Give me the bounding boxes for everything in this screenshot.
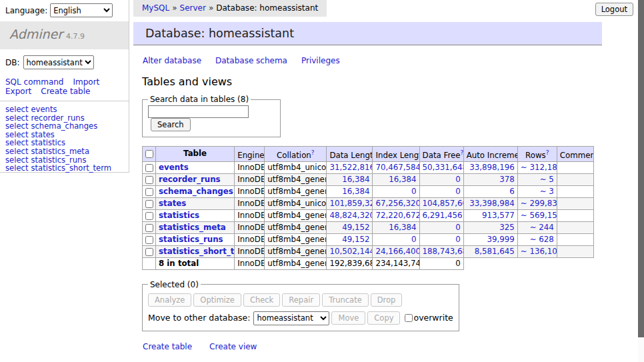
index-length-link[interactable]: 0 [411, 187, 417, 196]
index-length-link[interactable]: 67,256,320 [375, 199, 419, 208]
auto-increment-link[interactable]: 378 [499, 175, 515, 184]
table-link[interactable]: statistics_meta [159, 223, 226, 232]
db-select[interactable]: homeassistant [23, 55, 94, 69]
truncate-button[interactable]: Truncate [322, 293, 369, 307]
index-length-link[interactable]: 72,220,672 [375, 211, 419, 220]
overwrite-checkbox[interactable] [405, 314, 413, 322]
sql-command-link[interactable]: SQL command [5, 77, 63, 87]
rows-count-link[interactable]: ~ 3 [540, 187, 554, 196]
alter-database-link[interactable]: Alter database [143, 56, 201, 65]
data-length-link[interactable]: 49,152 [342, 235, 369, 244]
data-free-link[interactable]: 6,291,456 [423, 211, 463, 220]
data-free-link[interactable]: 104,857,600 [423, 199, 464, 208]
scrollbar-thumb[interactable] [638, 0, 644, 337]
index-length-link[interactable]: 0 [411, 235, 417, 244]
data-length-link[interactable]: 49,152 [342, 223, 369, 232]
row-checkbox[interactable] [145, 164, 153, 172]
table-name-link[interactable]: events [31, 105, 57, 114]
data-length-link[interactable]: 31,522,816 [329, 163, 373, 172]
index-length-link[interactable]: 16,384 [389, 223, 416, 232]
breadcrumb-link-server[interactable]: Server [180, 3, 206, 13]
check-button[interactable]: Check [243, 293, 280, 307]
copy-button[interactable]: Copy [367, 311, 400, 325]
row-checkbox[interactable] [145, 200, 153, 208]
data-free-link[interactable]: 0 [455, 235, 461, 244]
table-name-link[interactable]: statistics_short_term [31, 163, 111, 173]
select-link[interactable]: select [5, 147, 28, 156]
move-button[interactable]: Move [331, 311, 365, 325]
table-link[interactable]: statistics_short_term [159, 247, 235, 256]
data-free-link[interactable]: 0 [455, 223, 461, 232]
data-free-link[interactable]: 0 [455, 187, 461, 196]
index-length-link[interactable]: 70,467,584 [375, 163, 419, 172]
table-link[interactable]: events [159, 163, 189, 172]
rows-count-link[interactable]: ~ 299,833 [521, 199, 557, 208]
data-free-link[interactable]: 0 [455, 175, 461, 184]
data-length-link[interactable]: 16,384 [342, 187, 369, 196]
search-input[interactable] [148, 105, 249, 118]
row-checkbox[interactable] [145, 212, 153, 220]
breadcrumb-link-mysql[interactable]: MySQL [142, 3, 169, 13]
move-db-label: Move to other database: [148, 313, 250, 323]
language-select[interactable]: English [50, 3, 113, 17]
rows-count-link[interactable]: ~ 244 [530, 223, 554, 232]
create-view-link[interactable]: Create view [209, 342, 257, 351]
row-checkbox[interactable] [145, 224, 153, 232]
data-free-link[interactable]: 50,331,648 [423, 163, 464, 172]
row-checkbox[interactable] [145, 248, 153, 256]
engine-cell: InnoDB [235, 245, 265, 257]
optimize-button[interactable]: Optimize [193, 293, 241, 307]
data-length-link[interactable]: 48,824,320 [329, 211, 373, 220]
table-name-link[interactable]: statistics_meta [31, 147, 89, 156]
help-link[interactable]: ? [546, 149, 549, 156]
create-table-link[interactable]: Create table [143, 342, 192, 351]
rows-count-link[interactable]: ~ 569,159 [521, 211, 557, 220]
rows-count-link[interactable]: ~ 312,180 [521, 163, 557, 172]
auto-increment-link[interactable]: 913,577 [482, 211, 515, 220]
index-length-link[interactable]: 16,384 [389, 175, 416, 184]
auto-increment-link[interactable]: 39,999 [487, 235, 514, 244]
sidebar-table-item: selectschema_changes [5, 122, 129, 131]
auto-increment-link[interactable]: 8,581,645 [475, 247, 515, 256]
privileges-link[interactable]: Privileges [301, 56, 340, 65]
repair-button[interactable]: Repair [282, 293, 320, 307]
col-header-auto-increment: Auto Increment? [463, 147, 517, 162]
search-button[interactable]: Search [151, 118, 191, 131]
table-link[interactable]: statistics [159, 211, 199, 220]
export-link[interactable]: Export [5, 87, 31, 96]
select-all-checkbox[interactable] [145, 150, 153, 158]
select-link[interactable]: select [5, 163, 28, 173]
row-checkbox[interactable] [145, 236, 153, 244]
auto-increment-link[interactable]: 33,898,196 [469, 163, 515, 172]
auto-increment-link[interactable]: 6 [509, 187, 515, 196]
vertical-scrollbar[interactable] [638, 0, 644, 362]
data-length-link[interactable]: 16,384 [342, 175, 369, 184]
row-checkbox[interactable] [145, 176, 153, 184]
row-checkbox[interactable] [145, 188, 153, 196]
move-db-select[interactable]: homeassistant [253, 311, 329, 325]
drop-button[interactable]: Drop [371, 293, 403, 307]
data-length-link[interactable]: 10,502,144 [329, 247, 373, 256]
table-link[interactable]: statistics_runs [159, 235, 223, 244]
breadcrumb-separator: » [172, 3, 177, 13]
rows-count-link[interactable]: ~ 136,108 [521, 247, 557, 256]
table-link[interactable]: recorder_runs [159, 175, 221, 184]
auto-increment-link[interactable]: 325 [499, 223, 515, 232]
logout-button[interactable]: Logout [595, 3, 633, 16]
help-link[interactable]: ? [311, 149, 315, 156]
database-schema-link[interactable]: Database schema [215, 56, 287, 65]
auto-increment-link[interactable]: 33,398,984 [469, 199, 515, 208]
select-link[interactable]: select [5, 105, 28, 114]
import-link[interactable]: Import [73, 77, 99, 87]
table-link[interactable]: schema_changes [159, 187, 233, 196]
table-link[interactable]: states [159, 199, 186, 208]
index-length-link[interactable]: 24,166,400 [375, 247, 419, 256]
rows-count-link[interactable]: ~ 5 [540, 175, 554, 184]
help-link[interactable]: ? [461, 149, 464, 156]
rows-count-link[interactable]: ~ 628 [530, 235, 554, 244]
comment-cell [557, 173, 593, 185]
analyze-button[interactable]: Analyze [148, 293, 191, 307]
create-table-link-sidebar[interactable]: Create table [41, 87, 90, 96]
data-length-link[interactable]: 101,859,328 [329, 199, 373, 208]
data-free-link[interactable]: 188,743,680 [423, 247, 464, 256]
